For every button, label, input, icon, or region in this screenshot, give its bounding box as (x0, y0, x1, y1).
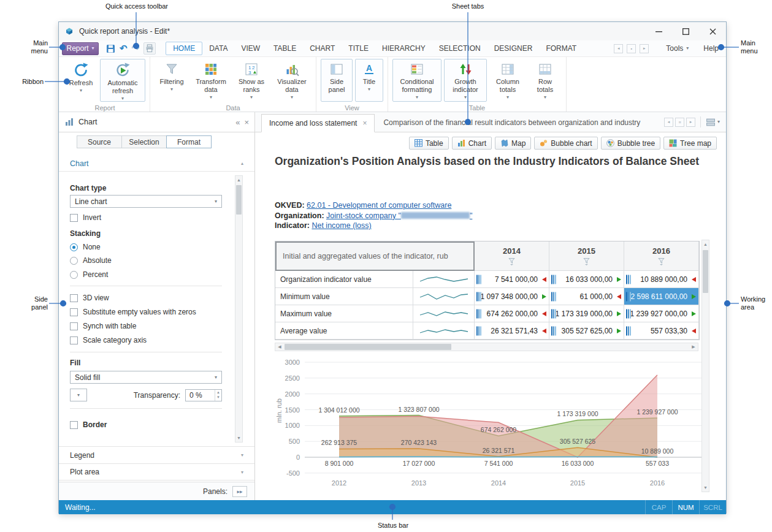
sheet-scroll-right-button[interactable]: ▸ (686, 118, 695, 127)
side-panel-button[interactable]: Side panel (321, 59, 353, 102)
sheet-scroll-left-button[interactable]: ◂ (664, 118, 673, 127)
stacking-option-percent[interactable]: Percent (70, 270, 108, 279)
radio-icon[interactable] (70, 243, 78, 251)
transform-data-button[interactable]: Transform data ▾ (191, 59, 231, 102)
title-button[interactable]: A Title ▾ (355, 59, 383, 102)
scroll-down-icon[interactable]: ▼ (702, 484, 709, 492)
tab-view[interactable]: VIEW (234, 42, 267, 55)
visualizer-table-button[interactable]: Table (409, 137, 449, 150)
checkbox-icon[interactable] (70, 294, 78, 302)
table-value-cell[interactable]: 674 262 000,00 (475, 305, 549, 322)
sheet-list-button[interactable]: ≡ (675, 118, 684, 127)
tab-hierarchy[interactable]: HIERARCHY (375, 42, 432, 55)
help-menu[interactable]: Help (703, 44, 719, 53)
tab-designer[interactable]: DESIGNER (487, 42, 540, 55)
scrollbar-thumb[interactable] (703, 250, 708, 293)
table-value-cell[interactable]: 26 321 571,43 (475, 322, 549, 340)
table-value-cell[interactable]: 61 000,00 (549, 288, 624, 305)
visualizer-tree-map-button[interactable]: Tree map (663, 137, 717, 150)
close-panel-icon[interactable]: × (244, 118, 249, 127)
chevron-down-icon[interactable]: ▾ (717, 120, 720, 124)
checkbox-icon[interactable] (70, 421, 78, 429)
maximize-button[interactable] (672, 22, 699, 40)
table-value-cell[interactable]: 2 598 611 000,00 (624, 288, 699, 305)
sheet-tab-inactive[interactable]: Comparison of the financial result indic… (375, 113, 649, 132)
table-value-cell[interactable]: 1 173 319 000,00 (549, 305, 624, 322)
tab-data[interactable]: DATA (202, 42, 234, 55)
table-value-cell[interactable]: 10 889 000,00 (624, 271, 699, 288)
section-header-chart[interactable]: Chart ▴ (59, 156, 254, 172)
panel-tab-selection[interactable]: Selection (121, 135, 167, 148)
table-value-cell[interactable]: 557 033,30 (624, 322, 699, 340)
horizontal-scrollbar[interactable]: ◀ ▶ (275, 343, 698, 351)
visualizer-chart-button[interactable]: Chart (452, 137, 492, 150)
tab-selection[interactable]: SELECTION (432, 42, 487, 55)
scroll-up-icon[interactable]: ▲ (702, 240, 709, 248)
option-substitute-empty[interactable]: Substitute empty values with zeros (70, 308, 196, 316)
table-header-2015[interactable]: 2015 (549, 241, 624, 271)
checkbox-icon[interactable] (70, 336, 78, 344)
show-as-ranks-button[interactable]: 123 Show as ranks ▾ (233, 59, 270, 102)
scrollbar-thumb[interactable] (285, 344, 451, 350)
close-sheet-icon[interactable]: × (362, 119, 367, 127)
tab-list-button[interactable]: ▪ (627, 44, 636, 53)
border-option[interactable]: Border (70, 420, 107, 429)
minimize-button[interactable] (645, 22, 672, 40)
table-value-cell[interactable]: 1 239 927 000,00 (624, 305, 699, 322)
tab-home[interactable]: HOME (166, 42, 202, 55)
report-menu-button[interactable]: Report▾ (62, 42, 99, 55)
visualizer-bubble-tree-button[interactable]: Bubble tree (601, 137, 660, 150)
collapse-panel-icon[interactable]: « (235, 118, 240, 127)
spinner-icon[interactable]: ▲▼ (215, 390, 221, 401)
checkbox-icon[interactable] (70, 214, 78, 222)
close-button[interactable] (699, 22, 726, 40)
row-label[interactable]: Average value (275, 322, 413, 340)
table-value-cell[interactable]: 16 033 000,00 (549, 271, 624, 288)
tab-table[interactable]: TABLE (267, 42, 303, 55)
tab-scroll-left-button[interactable]: ◂ (614, 44, 623, 53)
tab-title[interactable]: TITLE (342, 42, 375, 55)
row-label[interactable]: Organization indicator value (275, 271, 413, 288)
scroll-down-icon[interactable]: ▼ (235, 434, 242, 442)
refresh-button[interactable]: Refresh ▾ (64, 59, 97, 102)
split-layout-icon[interactable] (706, 118, 716, 127)
table-header-2016[interactable]: 2016 (624, 241, 699, 271)
stacking-option-absolute[interactable]: Absolute (70, 256, 112, 265)
save-icon[interactable] (106, 44, 115, 53)
filter-icon[interactable] (657, 257, 665, 265)
radio-icon[interactable] (70, 271, 78, 279)
scroll-left-icon[interactable]: ◀ (275, 343, 284, 351)
panel-tab-format[interactable]: Format (166, 135, 212, 148)
tab-chart[interactable]: CHART (303, 42, 342, 55)
visualizer-data-button[interactable]: Visualizer data ▾ (272, 59, 311, 102)
undo-icon[interactable]: ↶ (120, 43, 128, 54)
section-legend[interactable]: Legend ▾ (59, 446, 254, 463)
fill-select[interactable]: Solid fill▾ (70, 371, 222, 384)
okved-link[interactable]: 62.01 - Development of computer software (307, 201, 451, 210)
visualizer-map-button[interactable]: Map (495, 137, 531, 150)
chart-type-select[interactable]: Line chart▾ (70, 195, 222, 208)
panel-tab-source[interactable]: Source (77, 135, 122, 148)
radio-icon[interactable] (70, 257, 78, 265)
side-panel-scrollbar[interactable]: ▲ ▼ (235, 175, 243, 443)
invert-option[interactable]: Invert (70, 213, 101, 222)
tools-menu[interactable]: Tools▾ (666, 44, 689, 53)
checkbox-icon[interactable] (70, 308, 78, 316)
organization-link[interactable]: Joint-stock company "" (326, 211, 472, 220)
filter-icon[interactable] (508, 257, 516, 265)
sheet-tab-active[interactable]: Income and loss statement × (261, 114, 375, 132)
option-synch-with-table[interactable]: Synch with table (70, 322, 136, 330)
table-value-cell[interactable]: 1 097 348 000,00 (475, 288, 549, 305)
table-header-merged[interactable]: Initial and aggregated values of the ind… (275, 241, 475, 271)
option-3d-view[interactable]: 3D view (70, 294, 109, 302)
conditional-formatting-button[interactable]: Conditional formatting ▾ (392, 59, 441, 102)
visualizer-bubble-chart-button[interactable]: Bubble chart (534, 137, 597, 150)
checkbox-icon[interactable] (70, 322, 78, 330)
table-header-2014[interactable]: 2014 (475, 241, 549, 271)
tab-scroll-right-button[interactable]: ▸ (640, 44, 649, 53)
panels-expand-button[interactable]: ▸▸ (232, 486, 247, 497)
automatic-refresh-button[interactable]: Automatic refresh ▾ (100, 59, 145, 102)
row-label[interactable]: Minimum value (275, 288, 413, 305)
growth-indicator-button[interactable]: Growth indicator ▾ (444, 59, 487, 102)
print-button[interactable] (143, 42, 156, 55)
